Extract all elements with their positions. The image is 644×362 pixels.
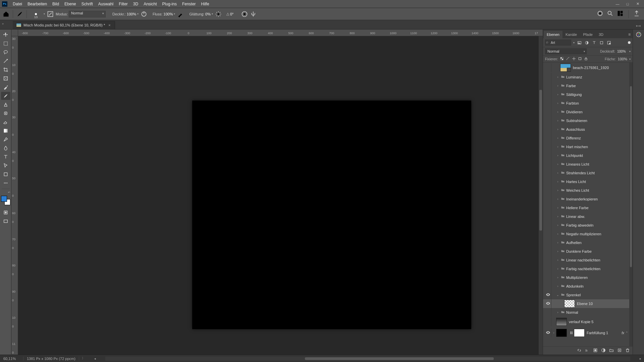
- disclosure-icon[interactable]: ›: [555, 206, 560, 209]
- layer-group[interactable]: ›Sättigung: [543, 90, 629, 99]
- lock-all-icon[interactable]: [584, 57, 588, 61]
- layer-search[interactable]: [545, 40, 571, 46]
- disclosure-icon[interactable]: ›: [555, 93, 560, 96]
- visibility-toggle[interactable]: [545, 292, 551, 298]
- frame-tool[interactable]: [1, 74, 10, 82]
- layer-group[interactable]: ›Hellere Farbe: [543, 203, 629, 212]
- disclosure-icon[interactable]: ›: [551, 331, 556, 335]
- tab-expand-right-icon[interactable]: ⟷: [633, 23, 644, 29]
- layer-opacity-value[interactable]: 100%: [617, 50, 627, 53]
- layer-thumbnail[interactable]: [556, 318, 567, 326]
- layer-thumbnail[interactable]: [556, 329, 567, 337]
- marquee-tool[interactable]: [1, 40, 10, 48]
- layer-name[interactable]: Luminanz: [566, 75, 629, 79]
- layer-name[interactable]: Lineares Licht: [566, 162, 629, 166]
- layer-name[interactable]: Hartes Licht: [566, 180, 629, 184]
- layer-search-input[interactable]: [545, 40, 571, 46]
- layer-group[interactable]: ›Farbig nachbelichten: [543, 264, 629, 273]
- disclosure-icon[interactable]: ›: [555, 276, 560, 279]
- disclosure-icon[interactable]: ›: [555, 197, 560, 201]
- pressure-size-icon[interactable]: [241, 11, 248, 17]
- layer-name[interactable]: Normal: [566, 310, 629, 314]
- flow-value[interactable]: 100%: [163, 12, 173, 16]
- layer-group[interactable]: ›Ausschluss: [543, 125, 629, 134]
- lock-position-icon[interactable]: [572, 57, 576, 61]
- workspace-icon[interactable]: [617, 10, 624, 17]
- filter-smart-icon[interactable]: [606, 40, 611, 45]
- disclosure-icon[interactable]: ›: [555, 241, 560, 244]
- search-icon[interactable]: [607, 10, 613, 17]
- layer-group[interactable]: ›Lineares Licht: [543, 160, 629, 169]
- smoothing-dropdown-icon[interactable]: ▾: [212, 12, 213, 15]
- layer-group[interactable]: ›Dividieren: [543, 108, 629, 116]
- document-tab[interactable]: Misch Modis.psdc bei 60,1% (Ebene 10, RG…: [13, 21, 115, 29]
- maximize-button[interactable]: □: [625, 2, 630, 6]
- brush-preset-picker[interactable]: 13: [30, 9, 42, 19]
- filter-toggle-icon[interactable]: [628, 41, 631, 44]
- visibility-toggle[interactable]: [545, 301, 551, 306]
- brush-dropdown-icon[interactable]: ▾: [44, 12, 45, 15]
- lock-artboard-icon[interactable]: [578, 57, 582, 61]
- layer-group[interactable]: ›Subtrahieren: [543, 116, 629, 125]
- menu-plug-ins[interactable]: Plug-ins: [160, 2, 179, 6]
- layer-name[interactable]: Farbton: [566, 101, 629, 105]
- layer-name[interactable]: beach-2179361_1920: [573, 66, 629, 70]
- disclosure-icon[interactable]: ›: [555, 110, 560, 114]
- layer-name[interactable]: Linear abw.: [566, 215, 629, 219]
- smoothing-value[interactable]: 0%: [205, 12, 211, 16]
- disclosure-icon[interactable]: ›: [555, 311, 560, 314]
- layer-name[interactable]: Linear nachbelichten: [566, 258, 629, 262]
- mask-link-icon[interactable]: ⛓: [570, 331, 573, 335]
- crop-tool[interactable]: [1, 66, 10, 74]
- mask-icon[interactable]: [593, 348, 598, 353]
- disclosure-icon[interactable]: ›: [555, 84, 560, 87]
- disclosure-icon[interactable]: ›: [555, 75, 560, 79]
- brush-tool[interactable]: [1, 92, 10, 100]
- menu-bearbeiten[interactable]: Bearbeiten: [25, 2, 50, 6]
- fx-icon[interactable]: fx: [585, 348, 590, 353]
- disclosure-icon[interactable]: ›: [555, 136, 560, 140]
- fill-value[interactable]: 100%: [618, 57, 627, 61]
- layer-group[interactable]: ›Ineinanderkopieren: [543, 195, 629, 203]
- layer-group[interactable]: ›Multiplizieren: [543, 273, 629, 282]
- layer-name[interactable]: Farbig nachbelichten: [566, 267, 629, 271]
- layer-group[interactable]: ›Hart mischen: [543, 142, 629, 151]
- lock-pixels-icon[interactable]: [566, 57, 570, 61]
- layer-name[interactable]: Weiches Licht: [566, 188, 629, 192]
- opacity-dropdown-icon[interactable]: ▾: [137, 12, 139, 15]
- layer-group[interactable]: ›Weiches Licht: [543, 186, 629, 195]
- layer-name[interactable]: Sprenkel: [566, 293, 629, 297]
- menu-auswahl[interactable]: Auswahl: [96, 2, 116, 6]
- healing-tool[interactable]: [1, 109, 10, 117]
- screen-mode-tool[interactable]: [1, 217, 10, 225]
- visibility-toggle[interactable]: [545, 330, 551, 336]
- layer-name[interactable]: verlauf Kopie 5: [569, 320, 629, 324]
- disclosure-icon[interactable]: ⌄: [555, 293, 560, 297]
- disclosure-icon[interactable]: ›: [555, 154, 560, 157]
- vertical-ruler[interactable]: 300100200300400500600700800900100110: [11, 36, 18, 355]
- wand-tool[interactable]: [1, 57, 10, 65]
- symmetry-icon[interactable]: [250, 11, 257, 17]
- layers-scrollbar[interactable]: [629, 63, 633, 346]
- layer-name[interactable]: Ebene 10: [577, 302, 629, 306]
- pen-tool[interactable]: [1, 135, 10, 143]
- layer-name[interactable]: Farbe: [566, 84, 629, 88]
- layer-group[interactable]: ›Strahlendes Licht: [543, 169, 629, 177]
- layer-name[interactable]: Multiplizieren: [566, 276, 629, 280]
- layer-name[interactable]: Hellere Farbe: [566, 206, 629, 210]
- flow-dropdown-icon[interactable]: ▾: [174, 12, 175, 15]
- disclosure-icon[interactable]: ›: [555, 224, 560, 227]
- layer-name[interactable]: Hart mischen: [566, 145, 629, 149]
- eyedropper-tool[interactable]: [1, 83, 10, 91]
- swap-colors-icon[interactable]: ⤺: [8, 191, 10, 194]
- canvas-scrollbar-horizontal[interactable]: [105, 357, 630, 361]
- disclosure-icon[interactable]: ›: [555, 285, 560, 288]
- layer-thumbnail[interactable]: [560, 64, 571, 72]
- disclosure-icon[interactable]: ›: [555, 258, 560, 262]
- link-layers-icon[interactable]: [577, 348, 582, 353]
- close-tab-icon[interactable]: ×: [108, 23, 110, 27]
- filter-type-icon[interactable]: [591, 40, 597, 45]
- layer-group[interactable]: ›Lichtpunkt: [543, 151, 629, 160]
- layer-row[interactable]: verlauf Kopie 5: [543, 317, 629, 327]
- fx-badge[interactable]: fx: [622, 331, 624, 335]
